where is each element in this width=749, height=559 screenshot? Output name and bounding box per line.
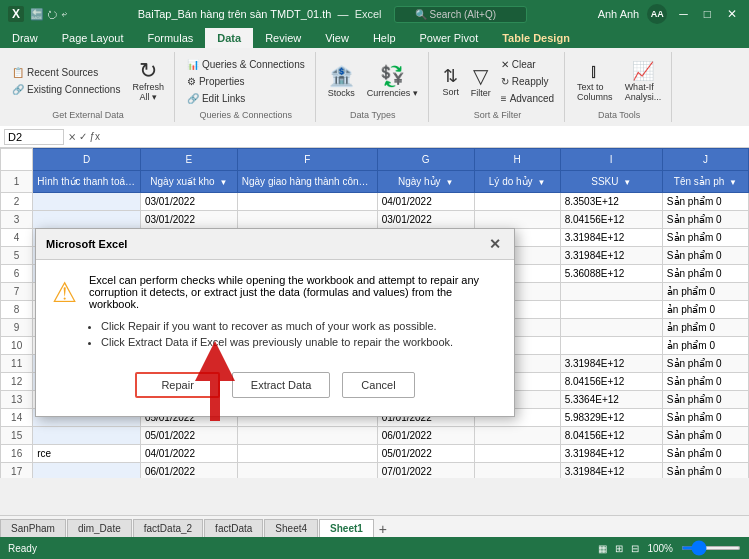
get-data-label: Get External Data [52,108,124,120]
filter-icon: ▽ [473,64,488,88]
status-right: ▦ ⊞ ⊟ 100% [598,543,741,554]
tab-table-design[interactable]: Table Design [490,28,582,48]
filter-button[interactable]: ▽ Filter [467,62,495,100]
edit-links-icon: 🔗 [187,93,199,104]
title-bar-right: Anh Anh AA ─ □ ✕ [598,4,741,24]
dialog-bullets: Click Repair if you want to recover as m… [101,320,498,348]
dialog-close-button[interactable]: ✕ [486,235,504,253]
data-types-inner: 🏦 Stocks 💱 Currencies ▾ [324,54,422,108]
data-tools-inner: ⫿ Text toColumns 📈 What-IfAnalysi... [573,54,665,108]
existing-connections-icon: 🔗 [12,84,24,95]
ribbon-group-queries: 📊 Queries & Connections ⚙ Properties 🔗 E… [177,52,316,122]
dialog-text-content: Excel can perform checks while opening t… [89,274,498,352]
sheet-tab-sheet1[interactable]: Sheet1 [319,519,374,537]
dialog-body: ⚠ Excel can perform checks while opening… [36,260,514,416]
refresh-all-button[interactable]: ↻ RefreshAll ▾ [128,58,168,104]
dialog-title-bar: Microsoft Excel ✕ [36,229,514,260]
title-bar-center: BaiTap_Bán hàng trên sàn TMDT_01.th — Ex… [67,6,598,23]
excel-logo-icon: X [8,6,24,22]
close-button[interactable]: ✕ [723,7,741,21]
status-mode: Ready [8,543,37,554]
add-sheet-button[interactable]: + [379,521,387,537]
text-to-columns-icon: ⫿ [590,61,599,82]
name-box[interactable] [4,129,64,145]
spreadsheet-area: D E F G H I J 1 Hình thức thanh toán ▼ N… [0,148,749,478]
ribbon-content: 📋 Recent Sources 🔗 Existing Connections … [0,48,749,126]
formula-input[interactable] [104,131,745,143]
dialog-body-text: Excel can perform checks while opening t… [89,274,498,310]
dialog-main-content: ⚠ Excel can perform checks while opening… [52,274,498,352]
advanced-icon: ≡ [501,93,507,104]
ribbon-group-get-data: 📋 Recent Sources 🔗 Existing Connections … [2,52,175,122]
warning-icon: ⚠ [52,276,77,352]
text-to-columns-button[interactable]: ⫿ Text toColumns [573,59,617,104]
tab-review[interactable]: Review [253,28,313,48]
what-if-button[interactable]: 📈 What-IfAnalysi... [621,58,666,104]
minimize-button[interactable]: ─ [675,7,692,21]
queries-connections-button[interactable]: 📊 Queries & Connections [183,57,309,72]
sort-button[interactable]: ⇅ Sort [437,63,465,99]
title-bar: X 🔙 ⭮ ↩ BaiTap_Bán hàng trên sàn TMDT_01… [0,0,749,28]
title-bar-left: X 🔙 ⭮ ↩ [8,6,67,22]
currencies-button[interactable]: 💱 Currencies ▾ [363,62,422,100]
stocks-button[interactable]: 🏦 Stocks [324,62,359,100]
dialog-overlay: Microsoft Excel ✕ ⚠ Excel can perform ch… [0,148,749,478]
sheet-tab-factdata2[interactable]: factData_2 [133,519,203,537]
view-page-break-icon[interactable]: ⊟ [631,543,639,554]
get-data-inner: 📋 Recent Sources 🔗 Existing Connections … [8,54,168,108]
recent-sources-icon: 📋 [12,67,24,78]
ribbon-tabs: Draw Page Layout Formulas Data Review Vi… [0,28,749,48]
search-placeholder: Search (Alt+Q) [430,9,496,20]
queries-inner: 📊 Queries & Connections ⚙ Properties 🔗 E… [183,54,309,108]
dialog-bullet-2: Click Extract Data if Excel was previous… [101,336,498,348]
tab-draw[interactable]: Draw [0,28,50,48]
sort-filter-label: Sort & Filter [474,108,522,120]
recent-sources-button[interactable]: 📋 Recent Sources [8,65,124,80]
dialog-bullet-1: Click Repair if you want to recover as m… [101,320,498,332]
microsoft-excel-dialog: Microsoft Excel ✕ ⚠ Excel can perform ch… [35,228,515,417]
formula-expand-icon[interactable]: ⨯ ✓ ƒx [68,131,100,142]
tab-page-layout[interactable]: Page Layout [50,28,136,48]
stocks-icon: 🏦 [329,64,354,88]
sort-icon: ⇅ [443,65,458,87]
queries-label: Queries & Connections [200,108,293,120]
currencies-icon: 💱 [380,64,405,88]
tab-power-pivot[interactable]: Power Pivot [408,28,491,48]
zoom-slider[interactable] [681,546,741,550]
advanced-button[interactable]: ≡ Advanced [497,91,558,106]
tab-formulas[interactable]: Formulas [135,28,205,48]
ribbon-group-sort-filter: ⇅ Sort ▽ Filter ✕ Clear ↻ Reapply [431,52,565,122]
extract-data-button[interactable]: Extract Data [232,372,331,398]
properties-icon: ⚙ [187,76,196,87]
reapply-icon: ↻ [501,76,509,87]
user-avatar: AA [647,4,667,24]
existing-connections-button[interactable]: 🔗 Existing Connections [8,82,124,97]
tab-data[interactable]: Data [205,28,253,48]
clear-button[interactable]: ✕ Clear [497,57,558,72]
view-page-layout-icon[interactable]: ⊞ [615,543,623,554]
sheet-tabs: SanPham dim_Date factData_2 factData She… [0,515,749,537]
status-bar: Ready ▦ ⊞ ⊟ 100% [0,537,749,559]
tab-help[interactable]: Help [361,28,408,48]
sheet-tab-sheet4[interactable]: Sheet4 [264,519,318,537]
reapply-button[interactable]: ↻ Reapply [497,74,558,89]
sheet-tab-dim-date[interactable]: dim_Date [67,519,132,537]
dialog-buttons: Repair Extract Data Cancel [52,364,498,402]
repair-button[interactable]: Repair [135,372,219,398]
sheet-tab-sanpham[interactable]: SanPham [0,519,66,537]
view-normal-icon[interactable]: ▦ [598,543,607,554]
search-box-wrap[interactable]: 🔍 Search (Alt+Q) [394,6,527,23]
queries-icon: 📊 [187,59,199,70]
sort-filter-inner: ⇅ Sort ▽ Filter ✕ Clear ↻ Reapply [437,54,558,108]
edit-links-button[interactable]: 🔗 Edit Links [183,91,309,106]
maximize-button[interactable]: □ [700,7,715,21]
properties-button[interactable]: ⚙ Properties [183,74,309,89]
ribbon-group-data-types: 🏦 Stocks 💱 Currencies ▾ Data Types [318,52,429,122]
sheet-tab-factdata[interactable]: factData [204,519,263,537]
tab-view[interactable]: View [313,28,361,48]
user-name: Anh Anh [598,8,640,20]
cancel-button[interactable]: Cancel [342,372,414,398]
refresh-icon: ↻ [139,60,157,82]
zoom-level: 100% [647,543,673,554]
dialog-title: Microsoft Excel [46,238,127,250]
